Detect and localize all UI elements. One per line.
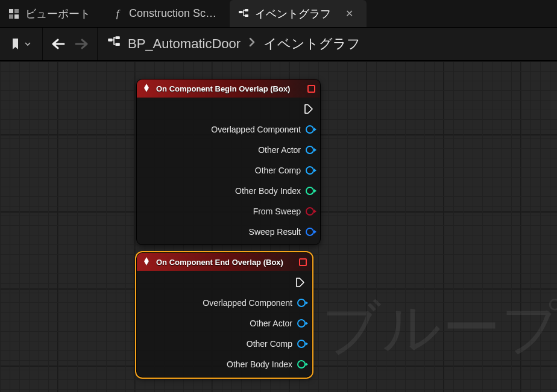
tab-bar: ビューポート f Construction Sc… イベントグラフ ✕ — [0, 0, 557, 28]
pin-connector[interactable] — [306, 207, 314, 216]
tab-viewport[interactable]: ビューポート — [0, 0, 104, 27]
pin-connector[interactable] — [306, 187, 314, 195]
pin-connector[interactable] — [297, 340, 306, 348]
node-title: On Component End Overlap (Box) — [156, 258, 283, 267]
svg-rect-8 — [115, 36, 119, 39]
breadcrumb: BP_AutomaticDoor イベントグラフ — [104, 35, 360, 53]
nav-forward-button[interactable] — [72, 34, 91, 54]
exec-pin-icon — [295, 277, 306, 288]
pin-label: Sweep Result — [249, 227, 301, 237]
svg-rect-2 — [9, 14, 13, 19]
output-pin[interactable]: Other Comp — [140, 337, 306, 350]
pin-label: Other Comp — [255, 166, 301, 175]
viewport-icon — [8, 8, 19, 19]
arrow-right-icon — [74, 38, 89, 50]
pin-connector[interactable] — [306, 146, 314, 154]
output-pin[interactable]: From Sweep — [140, 205, 314, 218]
pin-label: Other Comp — [247, 339, 292, 349]
svg-rect-7 — [108, 39, 112, 42]
output-pin[interactable]: Other Body Index — [140, 184, 314, 198]
svg-rect-6 — [245, 14, 248, 17]
bookmark-dropdown[interactable] — [6, 37, 36, 51]
arrow-left-icon — [51, 38, 66, 50]
node-header[interactable]: On Component End Overlap (Box) — [137, 253, 312, 271]
exec-pin-icon — [303, 104, 314, 114]
output-pin[interactable]: Sweep Result — [140, 225, 314, 238]
graph-icon — [238, 8, 249, 19]
pin-label: Overlapped Component — [211, 125, 301, 134]
output-pin[interactable]: Other Body Index — [140, 358, 306, 371]
event-icon — [142, 83, 151, 95]
chevron-down-icon — [24, 40, 31, 48]
svg-rect-0 — [9, 9, 13, 13]
output-pin[interactable]: Other Actor — [140, 143, 314, 157]
chevron-right-icon — [248, 36, 256, 52]
node-body: Overlapped ComponentOther ActorOther Com… — [137, 271, 312, 377]
graph-icon — [107, 36, 121, 52]
tab-event-graph[interactable]: イベントグラフ ✕ — [230, 0, 367, 27]
output-pin[interactable]: Other Comp — [140, 164, 314, 177]
output-pin[interactable]: Other Actor — [140, 317, 306, 330]
tab-label: イベントグラフ — [255, 7, 331, 21]
node-body: Overlapped ComponentOther ActorOther Com… — [137, 98, 320, 244]
breadcrumb-leaf: イベントグラフ — [263, 35, 360, 53]
output-pin[interactable]: Overlapped Component — [140, 123, 314, 136]
tab-label: Construction Sc… — [129, 7, 216, 20]
pin-label: Other Body Index — [235, 186, 301, 196]
pin-label: From Sweep — [253, 207, 301, 216]
tab-construction-script[interactable]: f Construction Sc… — [104, 0, 230, 27]
exec-out-pin[interactable] — [140, 102, 314, 116]
svg-rect-3 — [14, 14, 19, 19]
close-icon[interactable]: ✕ — [345, 8, 353, 19]
event-node-end[interactable]: On Component End Overlap (Box)Overlapped… — [136, 252, 312, 378]
pin-connector[interactable] — [306, 228, 314, 236]
tab-label: ビューポート — [25, 7, 90, 21]
delegate-pin[interactable] — [299, 258, 307, 266]
svg-rect-1 — [14, 9, 19, 13]
breadcrumb-blueprint[interactable]: BP_AutomaticDoor — [128, 36, 241, 52]
node-title: On Component Begin Overlap (Box) — [156, 84, 290, 93]
output-pin[interactable]: Overlapped Component — [140, 296, 306, 310]
svg-rect-5 — [245, 9, 248, 11]
svg-rect-9 — [115, 43, 119, 46]
event-node-begin[interactable]: On Component Begin Overlap (Box)Overlapp… — [136, 79, 321, 245]
svg-rect-4 — [239, 11, 242, 13]
node-header[interactable]: On Component Begin Overlap (Box) — [137, 79, 320, 98]
delegate-pin[interactable] — [307, 85, 315, 93]
pin-connector[interactable] — [297, 299, 306, 307]
pin-label: Other Body Index — [227, 359, 292, 369]
graph-viewport[interactable]: ブループ On Component Begin Overlap (Box)Ove… — [0, 61, 557, 392]
exec-out-pin[interactable] — [140, 276, 306, 289]
function-icon: f — [112, 8, 123, 19]
pin-connector[interactable] — [297, 319, 306, 328]
pin-label: Other Actor — [250, 319, 292, 328]
pin-label: Other Actor — [258, 145, 301, 155]
nav-back-button[interactable] — [49, 34, 68, 54]
pin-connector[interactable] — [306, 166, 314, 175]
pin-connector[interactable] — [306, 125, 314, 134]
toolbar: BP_AutomaticDoor イベントグラフ — [0, 28, 557, 61]
event-icon — [142, 257, 151, 268]
pin-label: Overlapped Component — [203, 298, 292, 308]
pin-connector[interactable] — [297, 360, 306, 369]
bookmark-icon — [11, 37, 22, 51]
